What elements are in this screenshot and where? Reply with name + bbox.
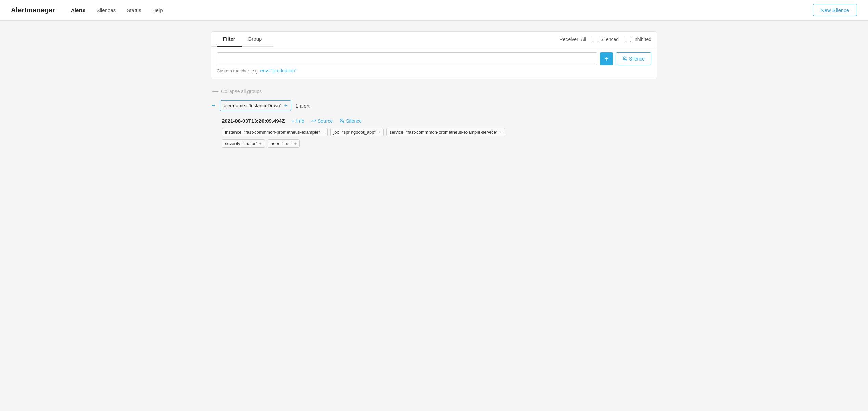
group-filter-tag-label: alertname="InstanceDown"	[224, 103, 282, 108]
filter-panel: Filter Group Receiver: All Silenced Inhi…	[211, 31, 657, 79]
nav-item-silences[interactable]: Silences	[91, 4, 120, 16]
group-collapse-button[interactable]: −	[211, 103, 216, 109]
new-silence-button[interactable]: New Silence	[813, 4, 857, 16]
alert-group-header: − alertname="InstanceDown" + 1 alert	[211, 100, 657, 111]
collapse-all-label: Collapse all groups	[221, 89, 262, 94]
alert-tag-severity-add-icon[interactable]: +	[259, 141, 262, 146]
inhibited-label: Inhibited	[633, 37, 651, 42]
receiver-label: Receiver: All	[560, 37, 586, 42]
filter-options-row: Filter Group Receiver: All Silenced Inhi…	[211, 32, 657, 47]
group-filter-tag: alertname="InstanceDown" +	[220, 100, 291, 111]
filter-body: + Silence Custom matcher, e.g. env="prod…	[211, 47, 657, 79]
alert-tag-user-label: user="test"	[271, 141, 292, 146]
source-icon	[311, 119, 316, 123]
alert-action-source[interactable]: Source	[311, 118, 333, 124]
nav-item-status[interactable]: Status	[122, 4, 146, 16]
silenced-checkbox-label[interactable]: Silenced	[593, 37, 619, 42]
alert-tag-severity: severity="major" +	[222, 139, 265, 148]
nav-item-help[interactable]: Help	[148, 4, 168, 16]
group-filter-add-icon[interactable]: +	[284, 103, 288, 109]
alert-item: 2021-08-03T13:20:09.494Z + Info Source	[211, 118, 657, 148]
collapse-all-row[interactable]: — Collapse all groups	[211, 88, 657, 95]
navbar: Alertmanager Alerts Silences Status Help…	[0, 0, 868, 21]
alert-tags-row-1: instance="fast-commmon-prometheus-exampl…	[222, 128, 657, 136]
tab-filter[interactable]: Filter	[217, 32, 242, 47]
nav-links: Alerts Silences Status Help	[66, 4, 813, 16]
alert-tag-job-label: job="springboot_app"	[333, 130, 376, 135]
alert-action-info[interactable]: + Info	[292, 118, 304, 124]
hint-text: Custom matcher, e.g.	[217, 68, 259, 74]
alert-tag-instance-add-icon[interactable]: +	[322, 130, 325, 135]
main-content: Filter Group Receiver: All Silenced Inhi…	[194, 21, 674, 165]
inhibited-checkbox-label[interactable]: Inhibited	[626, 37, 651, 42]
alert-timestamp-row: 2021-08-03T13:20:09.494Z + Info Source	[222, 118, 657, 124]
nav-item-alerts[interactable]: Alerts	[66, 4, 90, 16]
alert-group-instancedown: − alertname="InstanceDown" + 1 alert 202…	[211, 100, 657, 148]
alert-tags-row-2: severity="major" + user="test" +	[222, 139, 657, 148]
filter-options: Receiver: All Silenced Inhibited	[554, 33, 657, 45]
filter-hint: Custom matcher, e.g. env="production"	[217, 68, 651, 74]
alert-tag-user-add-icon[interactable]: +	[294, 141, 297, 146]
info-plus-icon: +	[292, 118, 294, 124]
silence-bell-icon	[340, 119, 344, 123]
hint-example[interactable]: env="production"	[260, 68, 296, 74]
alert-tag-instance: instance="fast-commmon-prometheus-exampl…	[222, 128, 328, 136]
filter-tabs: Filter Group	[211, 32, 273, 47]
alert-tag-severity-label: severity="major"	[225, 141, 257, 146]
silence-icon	[622, 56, 627, 61]
alert-tag-job: job="springboot_app" +	[330, 128, 383, 136]
collapse-dash-icon: —	[212, 88, 218, 95]
alert-tag-user: user="test" +	[268, 139, 300, 148]
alert-count: 1 alert	[295, 103, 310, 109]
svg-line-1	[340, 119, 344, 123]
info-label: Info	[296, 118, 304, 124]
filter-input[interactable]	[217, 52, 597, 65]
tab-group[interactable]: Group	[242, 32, 268, 47]
alert-tag-service-label: service="fast-commmon-prometheus-example…	[390, 130, 498, 135]
alert-timestamp: 2021-08-03T13:20:09.494Z	[222, 118, 285, 124]
silenced-checkbox[interactable]	[593, 37, 598, 42]
add-filter-button[interactable]: +	[600, 52, 613, 65]
alert-tag-instance-label: instance="fast-commmon-prometheus-exampl…	[225, 130, 320, 135]
source-label: Source	[318, 118, 333, 124]
inhibited-checkbox[interactable]	[626, 37, 631, 42]
alert-tag-service-add-icon[interactable]: +	[500, 130, 502, 135]
alert-tag-service: service="fast-commmon-prometheus-example…	[386, 128, 506, 136]
silence-filter-button[interactable]: Silence	[616, 52, 651, 65]
silenced-label: Silenced	[600, 37, 619, 42]
silence-filter-label: Silence	[629, 56, 645, 62]
navbar-right: New Silence	[813, 4, 857, 16]
alert-tag-job-add-icon[interactable]: +	[378, 130, 381, 135]
silence-label: Silence	[346, 118, 362, 124]
filter-input-row: + Silence	[217, 52, 651, 65]
alert-action-silence[interactable]: Silence	[340, 118, 362, 124]
app-brand: Alertmanager	[11, 6, 55, 14]
svg-line-0	[623, 57, 627, 61]
